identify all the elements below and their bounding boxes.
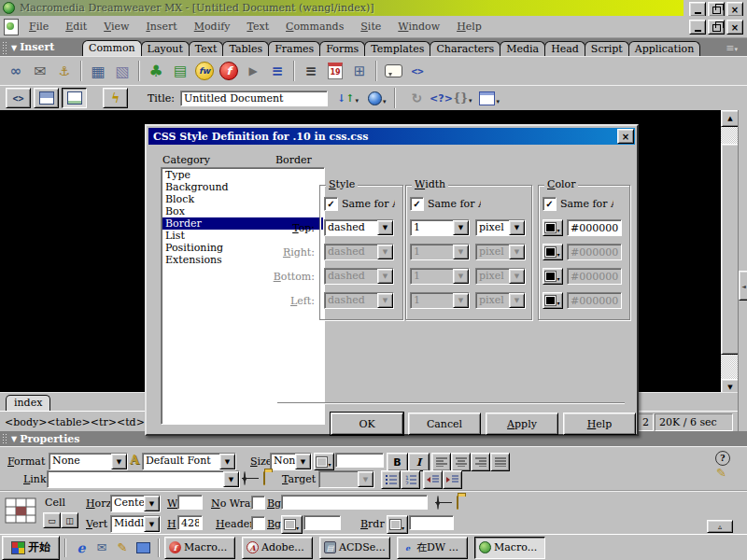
navigation-bar-icon[interactable]: ≡ <box>265 60 289 82</box>
flash-icon[interactable]: f <box>219 62 238 80</box>
vertical-scrollbar[interactable]: ▲ ▼ <box>721 110 738 394</box>
apply-button[interactable]: Apply <box>486 413 558 435</box>
panel-expander-button[interactable]: ▵ <box>707 520 733 533</box>
code-view-button[interactable]: <> <box>6 88 31 108</box>
outdent-button[interactable] <box>423 470 443 489</box>
browse-folder-icon[interactable] <box>457 496 458 510</box>
menu-file[interactable]: File <box>21 18 57 35</box>
insert-panel-title[interactable]: ▼Insert <box>11 41 54 53</box>
header-checkbox[interactable] <box>251 516 265 530</box>
insert-tab-characters[interactable]: Characters <box>430 41 500 57</box>
split-view-button[interactable] <box>34 88 59 108</box>
dropdown-arrow-icon[interactable]: ▼ <box>377 220 393 235</box>
dropdown-arrow-icon[interactable]: ▼ <box>219 454 235 469</box>
rollover-image-icon[interactable]: ▤ <box>168 60 192 82</box>
nowrap-checkbox[interactable] <box>251 496 265 510</box>
color-same-for-all[interactable]: ✓Same for All <box>543 197 613 211</box>
quick-tag-edit-icon[interactable]: ✎ <box>716 466 726 480</box>
checkbox-checked[interactable]: ✓ <box>324 197 338 211</box>
dialog-close-button[interactable]: × <box>617 129 634 144</box>
browse-folder-icon[interactable] <box>263 471 265 485</box>
category-block[interactable]: Block <box>162 193 323 205</box>
border-width-top-select[interactable]: 1▼ <box>410 219 470 236</box>
cell-border-color-picker[interactable]: ▾ <box>387 515 408 534</box>
cell-height-field[interactable] <box>177 515 203 530</box>
checkbox-checked[interactable]: ✓ <box>410 197 424 211</box>
cell-bg-color-picker[interactable]: ▾ <box>281 515 303 534</box>
menu-commands[interactable]: Commands <box>277 18 352 35</box>
align-left-button[interactable] <box>431 453 451 471</box>
cancel-button[interactable]: Cancel <box>408 413 481 435</box>
insert-table-icon[interactable]: ▦ <box>86 60 110 82</box>
doc-restore-button[interactable] <box>708 20 725 35</box>
vert-select[interactable]: Middle▼ <box>110 515 161 533</box>
insert-tab-templates[interactable]: Templates <box>364 41 430 57</box>
merge-cells-button[interactable]: ▭ <box>43 512 61 528</box>
document-tab-index[interactable]: index <box>6 395 50 412</box>
insert-tab-common[interactable]: Common <box>82 40 142 57</box>
quicklaunch-editor-icon[interactable]: ✎ <box>114 539 131 556</box>
border-unit-top-select[interactable]: pixel▼ <box>475 219 526 236</box>
panel-collapse-grip[interactable]: ◄ <box>739 271 747 301</box>
menu-modify[interactable]: Modify <box>186 18 239 35</box>
menu-edit[interactable]: Edit <box>57 18 95 35</box>
dropdown-arrow-icon[interactable]: ▼ <box>144 496 160 511</box>
file-status-icon[interactable]: ↓↑▾ <box>337 92 359 105</box>
insert-tab-head[interactable]: Head <box>544 41 585 57</box>
link-combobox[interactable]: ▼ <box>47 470 240 488</box>
preview-in-browser-icon[interactable]: ▾ <box>359 91 387 105</box>
panel-options-icon[interactable]: ≡▾ <box>726 42 738 54</box>
category-type[interactable]: Type <box>162 169 323 181</box>
dropdown-arrow-icon[interactable]: ▼ <box>111 454 127 469</box>
scroll-up-button[interactable]: ▲ <box>721 110 740 127</box>
document-icon[interactable] <box>4 19 19 35</box>
live-data-button[interactable]: ϟ <box>103 88 128 108</box>
insert-tab-text[interactable]: Text <box>189 41 224 57</box>
ok-button[interactable]: OK <box>331 413 403 435</box>
quicklaunch-mail-icon[interactable]: ✉ <box>93 539 110 556</box>
dropdown-arrow-icon[interactable]: ▼ <box>453 220 469 235</box>
insert-tab-script[interactable]: Script <box>585 41 629 57</box>
text-color-picker[interactable]: ▾ <box>314 453 334 470</box>
task-ie-dw[interactable]: e在DW ... <box>397 537 468 559</box>
panel-grip[interactable] <box>2 41 7 54</box>
restore-button[interactable] <box>708 2 725 17</box>
text-color-field[interactable] <box>335 453 384 468</box>
script-icon[interactable]: <> <box>405 60 430 82</box>
insert-tab-frames[interactable]: Frames <box>268 41 320 57</box>
insert-tab-application[interactable]: Application <box>628 41 700 57</box>
dropdown-arrow-icon[interactable]: ▼ <box>509 220 525 235</box>
insert-image-icon[interactable]: ♣ <box>144 60 168 82</box>
dropdown-arrow-icon[interactable]: ▼ <box>144 516 160 532</box>
align-center-button[interactable] <box>451 453 471 471</box>
style-same-for-all[interactable]: ✓Same for All <box>324 197 395 211</box>
width-same-for-all[interactable]: ✓Same for All <box>410 197 481 211</box>
border-color-top-picker[interactable]: ▾ <box>543 219 563 236</box>
comment-icon[interactable] <box>385 64 402 77</box>
minimize-button[interactable] <box>689 2 706 17</box>
doc-minimize-button[interactable] <box>689 20 706 35</box>
format-select[interactable]: None▼ <box>49 453 128 470</box>
unordered-list-button[interactable] <box>381 470 401 489</box>
task-flash[interactable]: fMacro... <box>164 537 235 559</box>
insert-tab-media[interactable]: Media <box>500 41 545 57</box>
menu-text[interactable]: Text <box>238 18 277 35</box>
help-button[interactable]: Help <box>563 413 636 435</box>
menu-window[interactable]: Window <box>389 18 448 35</box>
size-select[interactable]: None▼ <box>270 453 312 470</box>
bold-button[interactable]: B <box>387 453 408 471</box>
dropdown-arrow-icon[interactable]: ▼ <box>223 471 239 487</box>
cell-bg-color-field[interactable] <box>303 515 341 530</box>
cell-border-color-field[interactable] <box>409 515 454 530</box>
view-options-icon[interactable]: ▾ <box>472 91 500 105</box>
fireworks-html-icon[interactable]: fw <box>195 62 214 80</box>
font-select[interactable]: Default Font▼ <box>142 453 236 470</box>
email-link-icon[interactable]: ✉ <box>28 60 52 82</box>
horizontal-rule-icon[interactable]: ≡ <box>299 60 323 82</box>
align-right-button[interactable] <box>471 453 490 471</box>
cell-bg-field[interactable] <box>281 495 428 510</box>
border-style-top-select[interactable]: dashed▼ <box>324 219 394 236</box>
flash-button-icon[interactable]: ▶ <box>241 60 265 82</box>
close-button[interactable]: × <box>726 2 743 17</box>
category-background[interactable]: Background <box>162 181 323 193</box>
